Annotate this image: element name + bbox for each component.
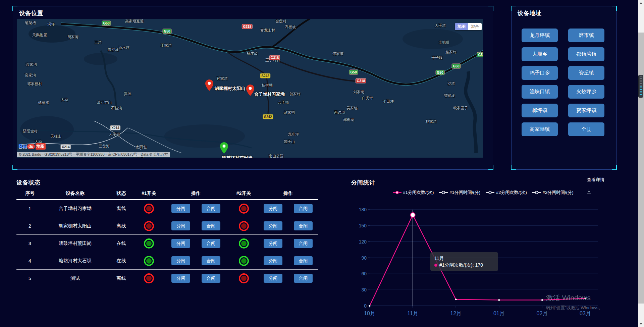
- map-type-button-normal[interactable]: 地图: [455, 23, 468, 30]
- open-switch-button[interactable]: 分闸: [171, 204, 190, 213]
- switch1-indicator: [144, 256, 154, 266]
- map-type-button-hybrid[interactable]: 混合: [468, 23, 482, 30]
- corner-accent: [12, 165, 17, 170]
- corner-accent: [511, 165, 516, 170]
- open-switch-button[interactable]: 分闸: [171, 256, 190, 265]
- legend-label: #1分闸时间/(分): [449, 189, 480, 196]
- map-marker[interactable]: [205, 79, 213, 92]
- map-place-label: 三湾: [94, 40, 102, 45]
- legend-dot-icon: [535, 191, 538, 194]
- close-switch-button[interactable]: 合闸: [294, 256, 313, 265]
- device-status: 离线: [107, 206, 136, 212]
- scroll-marker-ticks-cyan: [640, 86, 642, 95]
- map-place-label: 石板坡: [285, 24, 296, 30]
- device-location-panel: 设备位置 地图 混合 Bai du 地图: [13, 6, 493, 170]
- device-status-title: 设备状态: [16, 179, 41, 186]
- device-name: 合子坳村习家坳: [43, 206, 107, 212]
- road-badge: G50: [349, 70, 358, 75]
- close-switch-button[interactable]: 合闸: [294, 221, 313, 230]
- address-button[interactable]: 贺家坪镇: [568, 104, 604, 117]
- baidu-logo-bai: Bai: [18, 144, 27, 150]
- address-button[interactable]: 资丘镇: [568, 66, 604, 80]
- legend-item[interactable]: #2分闸时间/(分): [532, 189, 574, 196]
- open-switch-button[interactable]: 分闸: [264, 221, 282, 230]
- legend-label: #2分闸时间/(分): [543, 189, 574, 196]
- corner-accent: [612, 165, 617, 170]
- address-button[interactable]: 鸭子口乡: [522, 66, 558, 80]
- map-place-label: 吴家垴: [346, 106, 358, 111]
- switch2-actions: 分闸合闸: [258, 204, 318, 213]
- road-badge: X214: [110, 125, 120, 130]
- corner-accent: [12, 6, 17, 11]
- map-place-label: 官家沟: [25, 73, 36, 78]
- map-place-label: 邓家棚村: [27, 81, 42, 87]
- close-switch-button[interactable]: 合闸: [294, 274, 313, 283]
- scrollbar-up-arrow-icon[interactable]: [640, 2, 642, 4]
- corner-accent: [488, 165, 493, 170]
- table-header-cell: 状态: [107, 190, 136, 197]
- baidu-logo: Bai du 地图: [18, 143, 46, 150]
- open-switch-button[interactable]: 分闸: [171, 221, 190, 230]
- map-place-label: 沙湾: [447, 81, 455, 86]
- close-switch-button[interactable]: 合闸: [294, 239, 313, 248]
- address-button[interactable]: 渔峡口镇: [522, 85, 558, 99]
- chart-tooltip: 11月 #1分闸次数/(次): 170: [430, 252, 498, 271]
- legend-item[interactable]: #2分闸次数/(次): [486, 189, 527, 196]
- switch2-indicator: [239, 204, 249, 214]
- address-button[interactable]: 磨市镇: [568, 29, 604, 42]
- scrollbar-down-arrow-icon[interactable]: [640, 323, 642, 325]
- legend-item[interactable]: #1分闸时间/(分): [439, 189, 480, 196]
- baidu-map-canvas[interactable]: 地图 混合 Bai du 地图 © 2021 Baidu - GS(2019)5…: [17, 19, 483, 158]
- address-button[interactable]: 都镇湾镇: [568, 47, 604, 61]
- scrollbar[interactable]: [638, 0, 644, 327]
- address-button[interactable]: 榔坪镇: [522, 104, 558, 117]
- svg-text:60: 60: [361, 271, 367, 276]
- switch1-indicator: [144, 204, 154, 214]
- open-switch-button[interactable]: 分闸: [171, 239, 190, 248]
- tooltip-series-value: #1分闸次数/(次): 170: [439, 262, 483, 268]
- map-place-label: 贯坡: [124, 91, 131, 96]
- svg-text:0: 0: [364, 303, 367, 309]
- table-row: 1合子坳村习家坳离线分闸合闸分闸合闸: [16, 200, 318, 217]
- close-switch-button[interactable]: 合闸: [202, 221, 220, 230]
- map-place-label: 胡家湾: [67, 35, 78, 40]
- legend-label: #2分闸次数/(次): [496, 189, 527, 196]
- table-header-cell: #2开关: [229, 190, 258, 197]
- switch2-actions: 分闸合闸: [258, 239, 318, 248]
- legend-item[interactable]: #1分闸次数/(次): [393, 189, 434, 196]
- address-button[interactable]: 火烧坪乡: [568, 85, 604, 99]
- address-button[interactable]: 龙舟坪镇: [522, 29, 558, 42]
- open-switch-button[interactable]: 分闸: [264, 239, 282, 248]
- open-switch-button[interactable]: 分闸: [264, 204, 282, 213]
- address-button[interactable]: 全县: [568, 122, 604, 136]
- svg-text:180: 180: [359, 207, 367, 212]
- map-place-label: 洞坪: [47, 22, 55, 27]
- scrollbar-thumb[interactable]: [638, 33, 644, 304]
- map-place-label: 合子坳: [278, 100, 289, 105]
- device-status: 离线: [107, 223, 136, 229]
- map-place-label: 金盆村: [275, 19, 286, 24]
- open-switch-button[interactable]: 分闸: [264, 256, 282, 265]
- view-details-link[interactable]: 查看详情: [587, 177, 604, 183]
- table-row: 3晒鼓坪村荒田岗在线分闸合闸分闸合闸: [16, 235, 318, 252]
- map-marker[interactable]: [246, 85, 254, 97]
- row-index: 2: [16, 223, 43, 229]
- address-button[interactable]: 高家堰镇: [522, 122, 558, 136]
- switch2-actions: 分闸合闸: [258, 221, 318, 230]
- map-place-label: 沁水坪: [118, 45, 129, 50]
- map-marker[interactable]: [220, 142, 228, 155]
- row-index: 5: [16, 276, 43, 281]
- road-badge: S242: [263, 114, 273, 119]
- close-switch-button[interactable]: 合闸: [202, 256, 220, 265]
- map-marker-label: 合子坳村习家坳: [254, 91, 285, 97]
- open-switch-button[interactable]: 分闸: [264, 274, 282, 283]
- close-switch-button[interactable]: 合闸: [294, 204, 313, 213]
- table-header-cell: 设备名称: [43, 190, 107, 197]
- address-button[interactable]: 大堰乡: [522, 47, 558, 61]
- map-place-label: 彭家祠: [284, 110, 295, 115]
- close-switch-button[interactable]: 合闸: [202, 239, 220, 248]
- close-switch-button[interactable]: 合闸: [202, 274, 220, 283]
- close-switch-button[interactable]: 合闸: [202, 204, 220, 213]
- open-switch-button[interactable]: 分闸: [171, 274, 190, 283]
- device-status: 在线: [107, 240, 136, 247]
